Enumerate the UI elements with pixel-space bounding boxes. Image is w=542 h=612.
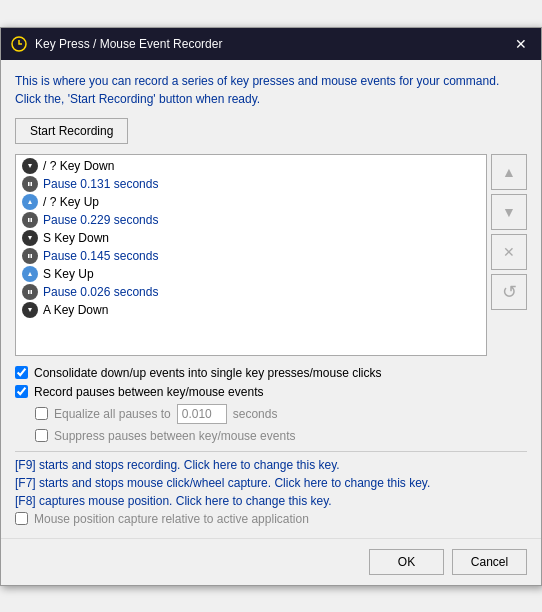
mouse-position-label: Mouse position capture relative to activ… xyxy=(34,512,309,526)
event-icon xyxy=(22,158,38,174)
close-button[interactable]: ✕ xyxy=(511,34,531,54)
list-item[interactable]: Pause 0.145 seconds xyxy=(18,247,484,265)
svg-rect-19 xyxy=(28,290,30,294)
dialog-title: Key Press / Mouse Event Recorder xyxy=(35,37,222,51)
list-item[interactable]: Pause 0.131 seconds xyxy=(18,175,484,193)
svg-point-18 xyxy=(25,287,35,297)
f7-link[interactable]: [F7] starts and stops mouse click/wheel … xyxy=(15,476,527,490)
equalize-row: Equalize all pauses to seconds xyxy=(35,404,527,424)
event-icon xyxy=(22,230,38,246)
suppress-row: Suppress pauses between key/mouse events xyxy=(35,429,527,443)
event-icon xyxy=(22,284,38,300)
move-up-button[interactable]: ▲ xyxy=(491,154,527,190)
event-icon xyxy=(22,302,38,318)
dialog-window: Key Press / Mouse Event Recorder ✕ This … xyxy=(0,27,542,586)
consolidate-label: Consolidate down/up events into single k… xyxy=(34,366,382,380)
event-text: Pause 0.131 seconds xyxy=(43,177,158,191)
event-text: / ? Key Up xyxy=(43,195,99,209)
reset-button[interactable]: ↺ xyxy=(491,274,527,310)
list-item[interactable]: Pause 0.229 seconds xyxy=(18,211,484,229)
list-item[interactable]: / ? Key Down xyxy=(18,157,484,175)
list-item[interactable]: S Key Up xyxy=(18,265,484,283)
description-line1: This is where you can record a series of… xyxy=(15,74,499,88)
event-text: S Key Down xyxy=(43,231,109,245)
event-icon xyxy=(22,266,38,282)
event-text: Pause 0.145 seconds xyxy=(43,249,158,263)
title-bar-left: Key Press / Mouse Event Recorder xyxy=(11,36,222,52)
title-bar: Key Press / Mouse Event Recorder ✕ xyxy=(1,28,541,60)
delete-button[interactable]: ✕ xyxy=(491,234,527,270)
svg-rect-15 xyxy=(31,254,33,258)
side-buttons-panel: ▲ ▼ ✕ ↺ xyxy=(491,154,527,356)
mouse-position-row: Mouse position capture relative to activ… xyxy=(15,512,527,526)
record-pauses-checkbox[interactable] xyxy=(15,385,28,398)
equalize-label: Equalize all pauses to xyxy=(54,407,171,421)
svg-rect-14 xyxy=(28,254,30,258)
event-icon xyxy=(22,194,38,210)
description-line2: Click the, 'Start Recording' button when… xyxy=(15,92,260,106)
svg-rect-10 xyxy=(31,218,33,222)
move-down-button[interactable]: ▼ xyxy=(491,194,527,230)
list-item[interactable]: Pause 0.026 seconds xyxy=(18,283,484,301)
separator-1 xyxy=(15,451,527,452)
events-section: / ? Key DownPause 0.131 seconds/ ? Key U… xyxy=(15,154,527,356)
list-item[interactable]: A Key Down xyxy=(18,301,484,319)
events-list[interactable]: / ? Key DownPause 0.131 seconds/ ? Key U… xyxy=(16,155,486,355)
svg-point-3 xyxy=(25,179,35,189)
svg-rect-9 xyxy=(28,218,30,222)
event-text: Pause 0.026 seconds xyxy=(43,285,158,299)
app-icon xyxy=(11,36,27,52)
suppress-label: Suppress pauses between key/mouse events xyxy=(54,429,295,443)
suppress-checkbox[interactable] xyxy=(35,429,48,442)
list-item[interactable]: S Key Down xyxy=(18,229,484,247)
event-text: / ? Key Down xyxy=(43,159,114,173)
record-pauses-row: Record pauses between key/mouse events xyxy=(15,385,527,399)
event-icon xyxy=(22,212,38,228)
svg-point-13 xyxy=(25,251,35,261)
svg-rect-5 xyxy=(31,182,33,186)
f9-link[interactable]: [F9] starts and stops recording. Click h… xyxy=(15,458,527,472)
equalize-controls: Equalize all pauses to seconds xyxy=(54,404,277,424)
events-list-container: / ? Key DownPause 0.131 seconds/ ? Key U… xyxy=(15,154,487,356)
event-text: Pause 0.229 seconds xyxy=(43,213,158,227)
event-icon xyxy=(22,176,38,192)
event-icon xyxy=(22,248,38,264)
svg-rect-20 xyxy=(31,290,33,294)
equalize-input[interactable] xyxy=(177,404,227,424)
list-item[interactable]: / ? Key Up xyxy=(18,193,484,211)
start-recording-button[interactable]: Start Recording xyxy=(15,118,128,144)
description-text: This is where you can record a series of… xyxy=(15,72,527,108)
f8-link[interactable]: [F8] captures mouse position. Click here… xyxy=(15,494,527,508)
equalize-suffix: seconds xyxy=(233,407,278,421)
svg-rect-4 xyxy=(28,182,30,186)
consolidate-checkbox[interactable] xyxy=(15,366,28,379)
record-pauses-label: Record pauses between key/mouse events xyxy=(34,385,263,399)
main-content: This is where you can record a series of… xyxy=(1,60,541,538)
footer: OK Cancel xyxy=(1,538,541,585)
options-section: Consolidate down/up events into single k… xyxy=(15,366,527,443)
ok-button[interactable]: OK xyxy=(369,549,444,575)
consolidate-row: Consolidate down/up events into single k… xyxy=(15,366,527,380)
cancel-button[interactable]: Cancel xyxy=(452,549,527,575)
svg-point-8 xyxy=(25,215,35,225)
mouse-position-checkbox[interactable] xyxy=(15,512,28,525)
event-text: S Key Up xyxy=(43,267,94,281)
equalize-checkbox[interactable] xyxy=(35,407,48,420)
event-text: A Key Down xyxy=(43,303,108,317)
